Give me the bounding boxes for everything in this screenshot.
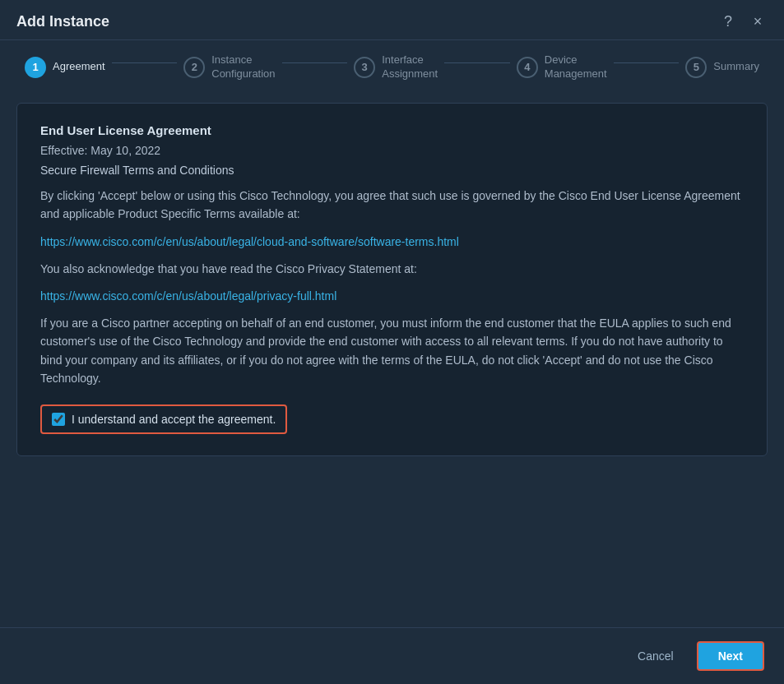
eula-subtitle: Secure Firewall Terms and Conditions bbox=[40, 164, 744, 177]
step-label-1: Agreement bbox=[53, 60, 105, 74]
step-circle-4: 4 bbox=[517, 57, 538, 78]
eula-title: End User License Agreement bbox=[40, 123, 744, 137]
connector-3-4 bbox=[444, 62, 510, 63]
step-label-5: Summary bbox=[713, 60, 759, 74]
help-button[interactable]: ? bbox=[718, 12, 738, 31]
dialog-header: Add Instance ? × bbox=[0, 0, 784, 40]
dialog-title: Add Instance bbox=[16, 13, 109, 30]
step-2: 2 InstanceConfiguration bbox=[183, 53, 275, 81]
connector-4-5 bbox=[614, 62, 680, 63]
accept-label[interactable]: I understand and accept the agreement. bbox=[72, 413, 276, 426]
eula-link-2[interactable]: https://www.cisco.com/c/en/us/about/lega… bbox=[40, 289, 744, 303]
step-label-2: InstanceConfiguration bbox=[211, 53, 275, 81]
eula-body-1: By clicking 'Accept' below or using this… bbox=[40, 187, 744, 224]
accept-row: I understand and accept the agreement. bbox=[40, 404, 287, 434]
step-circle-5: 5 bbox=[685, 57, 707, 78]
connector-1-2 bbox=[112, 62, 178, 63]
eula-effective: Effective: May 10, 2022 bbox=[40, 144, 744, 157]
next-button[interactable]: Next bbox=[697, 641, 764, 671]
step-circle-2: 2 bbox=[183, 57, 205, 78]
step-5: 5 Summary bbox=[685, 57, 759, 78]
connector-2-3 bbox=[282, 62, 348, 63]
step-3: 3 InterfaceAssignment bbox=[354, 53, 438, 81]
step-label-4: DeviceManagement bbox=[545, 53, 607, 81]
header-icons: ? × bbox=[718, 12, 768, 31]
eula-body-3: If you are a Cisco partner accepting on … bbox=[40, 314, 744, 388]
close-button[interactable]: × bbox=[748, 12, 768, 31]
accept-checkbox[interactable] bbox=[52, 413, 65, 426]
cancel-button[interactable]: Cancel bbox=[624, 643, 687, 669]
stepper: 1 Agreement 2 InstanceConfiguration 3 In… bbox=[0, 40, 784, 95]
step-1: 1 Agreement bbox=[25, 57, 105, 78]
content-area: End User License Agreement Effective: Ma… bbox=[0, 95, 784, 627]
eula-link-1[interactable]: https://www.cisco.com/c/en/us/about/lega… bbox=[40, 235, 744, 248]
step-label-3: InterfaceAssignment bbox=[382, 53, 438, 81]
step-4: 4 DeviceManagement bbox=[517, 53, 607, 81]
step-circle-3: 3 bbox=[354, 57, 375, 78]
eula-box: End User License Agreement Effective: Ma… bbox=[16, 103, 768, 456]
dialog-footer: Cancel Next bbox=[0, 627, 784, 684]
add-instance-dialog: Add Instance ? × 1 Agreement 2 InstanceC… bbox=[0, 0, 784, 684]
step-circle-1: 1 bbox=[25, 57, 46, 78]
eula-body-2: You also acknowledge that you have read … bbox=[40, 260, 744, 278]
